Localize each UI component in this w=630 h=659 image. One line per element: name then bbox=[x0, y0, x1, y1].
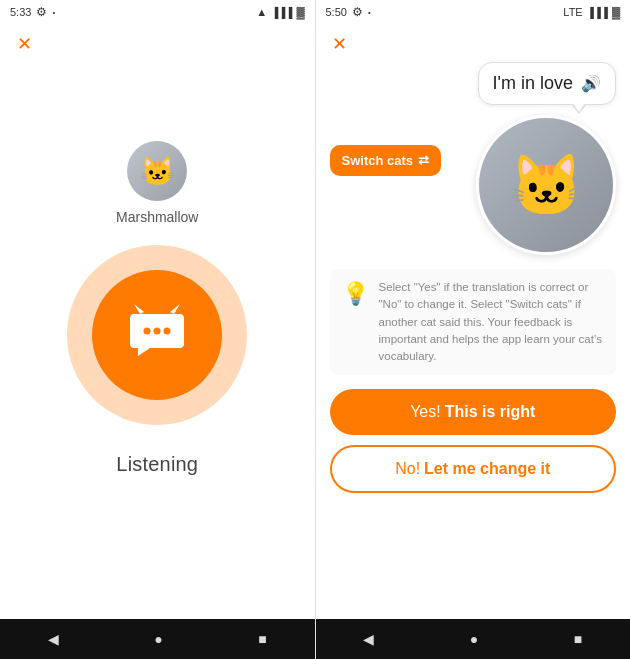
left-settings-icon: ⚙ bbox=[36, 5, 47, 19]
mic-inner-button[interactable] bbox=[92, 270, 222, 400]
info-text: Select "Yes" if the translation is corre… bbox=[379, 279, 605, 365]
mic-outer-ring[interactable] bbox=[67, 245, 247, 425]
sound-icon[interactable]: 🔊 bbox=[581, 74, 601, 93]
right-phone-panel: 5:50 ⚙ • LTE ▐▐▐ ▓ ✕ I'm in love 🔊 Switc… bbox=[316, 0, 631, 659]
cat-avatar-image: 🐱 bbox=[127, 141, 187, 201]
speech-bubble-text: I'm in love bbox=[493, 73, 573, 94]
right-close-button[interactable]: ✕ bbox=[326, 30, 354, 58]
switch-cats-label: Switch cats bbox=[342, 153, 414, 168]
right-status-bar: 5:50 ⚙ • LTE ▐▐▐ ▓ bbox=[316, 0, 631, 24]
bulb-icon: 💡 bbox=[342, 281, 369, 307]
cat-photo-circle: 🐱 bbox=[476, 115, 616, 255]
yes-button-normal: Yes! bbox=[410, 403, 441, 421]
left-phone-panel: 5:33 ⚙ • ▲ ▐▐▐ ▓ ✕ 🐱 Marshmallow bbox=[0, 0, 315, 659]
right-back-button[interactable]: ◀ bbox=[363, 631, 374, 647]
svg-marker-0 bbox=[134, 304, 144, 314]
speech-bubble: I'm in love 🔊 bbox=[478, 62, 616, 105]
cat-name-label: Marshmallow bbox=[116, 209, 198, 225]
cat-avatar: 🐱 bbox=[127, 141, 187, 201]
left-nav-bar: ◀ ● ■ bbox=[0, 619, 315, 659]
yes-button-bold: This is right bbox=[445, 403, 536, 421]
right-status-left: 5:50 ⚙ • bbox=[326, 5, 371, 19]
svg-point-3 bbox=[154, 328, 161, 335]
switch-icon: ⇄ bbox=[418, 153, 429, 168]
right-settings-icon: ⚙ bbox=[352, 5, 363, 19]
lte-icon: LTE bbox=[563, 6, 582, 18]
right-recent-button[interactable]: ■ bbox=[574, 631, 582, 647]
left-status-bar: 5:33 ⚙ • ▲ ▐▐▐ ▓ bbox=[0, 0, 315, 24]
no-button-normal: No! bbox=[395, 460, 420, 478]
svg-point-4 bbox=[164, 328, 171, 335]
info-box: 💡 Select "Yes" if the translation is cor… bbox=[330, 269, 617, 375]
cat-image-row: Switch cats ⇄ 🐱 bbox=[330, 115, 617, 255]
yes-button[interactable]: Yes! This is right bbox=[330, 389, 617, 435]
left-dot: • bbox=[52, 8, 55, 17]
signal-icon: ▐▐▐ bbox=[271, 7, 292, 18]
home-button[interactable]: ● bbox=[154, 631, 162, 647]
left-close-button[interactable]: ✕ bbox=[10, 30, 38, 58]
switch-cats-button[interactable]: Switch cats ⇄ bbox=[330, 145, 442, 176]
right-signal-icon: ▐▐▐ bbox=[587, 7, 608, 18]
cat-chat-icon bbox=[122, 300, 192, 370]
recent-button[interactable]: ■ bbox=[258, 631, 266, 647]
cat-photo-image: 🐱 bbox=[479, 118, 613, 252]
left-main-content: 🐱 Marshmallow Listening bbox=[0, 58, 315, 619]
right-home-button[interactable]: ● bbox=[470, 631, 478, 647]
battery-icon: ▓ bbox=[296, 6, 304, 18]
svg-marker-1 bbox=[170, 304, 180, 314]
no-button[interactable]: No! Let me change it bbox=[330, 445, 617, 493]
left-status-right: ▲ ▐▐▐ ▓ bbox=[256, 6, 304, 18]
wifi-icon: ▲ bbox=[256, 6, 267, 18]
right-main-content: I'm in love 🔊 Switch cats ⇄ 🐱 💡 Select "… bbox=[316, 58, 631, 619]
back-button[interactable]: ◀ bbox=[48, 631, 59, 647]
speech-bubble-row: I'm in love 🔊 bbox=[330, 62, 617, 105]
right-status-right: LTE ▐▐▐ ▓ bbox=[563, 6, 620, 18]
left-status-left: 5:33 ⚙ • bbox=[10, 5, 55, 19]
right-nav-bar: ◀ ● ■ bbox=[316, 619, 631, 659]
right-battery-icon: ▓ bbox=[612, 6, 620, 18]
left-time: 5:33 bbox=[10, 6, 31, 18]
right-time: 5:50 bbox=[326, 6, 347, 18]
listening-label: Listening bbox=[116, 453, 198, 476]
svg-point-2 bbox=[144, 328, 151, 335]
right-dot: • bbox=[368, 8, 371, 17]
no-button-bold: Let me change it bbox=[424, 460, 550, 478]
